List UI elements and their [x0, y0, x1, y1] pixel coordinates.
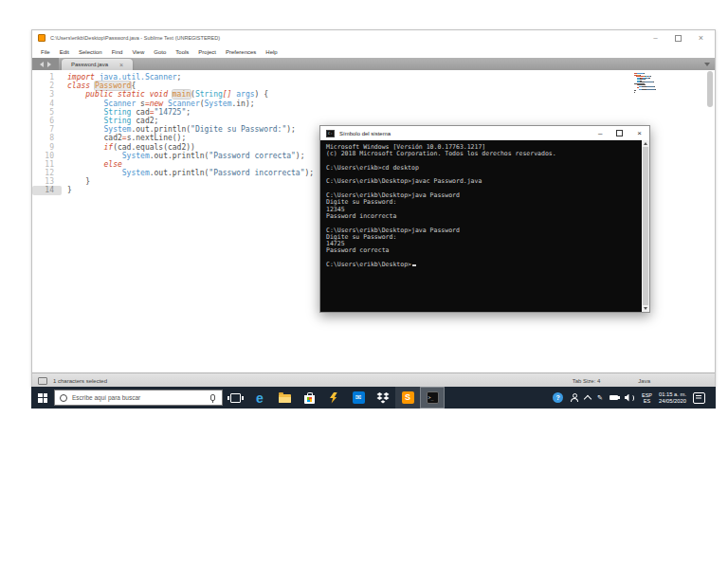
volume-icon[interactable] [625, 394, 635, 402]
mail-icon: ✉ [353, 391, 365, 404]
status-syntax[interactable]: Java [638, 378, 650, 384]
statusbar: 1 characters selected Tab Size: 4 Java [32, 372, 715, 388]
taskbar-lightning-app[interactable] [321, 387, 346, 409]
status-selection: 1 characters selected [53, 378, 107, 384]
tab-password-java[interactable]: Password.java × [62, 59, 133, 70]
tab-next-icon[interactable] [47, 62, 51, 67]
scroll-down-icon[interactable] [644, 307, 647, 310]
tab-prev-icon[interactable] [40, 62, 44, 67]
taskbar-cmd[interactable]: >_ [420, 387, 445, 409]
status-tab-size[interactable]: Tab Size: 4 [573, 378, 601, 384]
code-line[interactable]: cad2=s.nextLine(); [67, 134, 314, 142]
menubar: FileEditSelectionFindViewGotoToolsProjec… [32, 45, 715, 58]
cmd-minimize-icon[interactable]: – [598, 130, 602, 137]
tab-scroll-arrows[interactable] [32, 58, 59, 70]
tab-label: Password.java [71, 62, 108, 67]
taskbar-search[interactable]: Escribe aquí para buscar [54, 390, 223, 406]
scrollbar-thumb[interactable] [643, 147, 648, 305]
code-line[interactable]: class Password{ [67, 82, 314, 90]
menu-find[interactable]: Find [107, 49, 128, 55]
pen-icon[interactable]: ✎ [597, 394, 603, 401]
code-line[interactable]: System.out.println("Password correcta"); [67, 152, 314, 160]
taskbar-mail[interactable]: ✉ [346, 387, 371, 409]
language-top: ESP [642, 392, 652, 398]
cmd-body[interactable]: Microsoft Windows [Versión 10.0.17763.12… [320, 140, 649, 312]
tab-close-icon[interactable]: × [119, 62, 123, 68]
taskbar-dropbox[interactable] [371, 387, 395, 409]
code-line[interactable]: } [67, 177, 314, 186]
menu-goto[interactable]: Goto [149, 49, 171, 55]
line-number: 6 [32, 117, 62, 125]
cmd-app-icon: C: [326, 130, 335, 137]
code-lines[interactable]: import java.util.Scanner;class Password{… [62, 70, 314, 372]
people-icon[interactable] [570, 393, 578, 402]
start-button[interactable] [31, 387, 54, 409]
cmd-line: C:\Users\erikb\Desktop> [326, 262, 638, 268]
taskbar-file-explorer[interactable] [272, 387, 297, 409]
windows-logo-icon [38, 393, 47, 403]
line-number: 2 [32, 82, 62, 90]
editor-scrollbar[interactable] [707, 71, 713, 107]
cmd-title: Símbolo del sistema [339, 131, 391, 136]
minimap[interactable] [634, 73, 672, 93]
cmd-maximize-icon[interactable] [616, 130, 623, 136]
help-icon[interactable]: ? [553, 392, 563, 403]
line-number: 11 [32, 160, 62, 169]
notification-icon[interactable] [693, 392, 705, 404]
menu-project[interactable]: Project [193, 49, 221, 55]
sublime-titlebar: C:\Users\erikb\Desktop\Password.java - S… [32, 30, 715, 45]
restore-icon[interactable] [675, 35, 682, 42]
task-view-icon [230, 393, 241, 403]
code-line[interactable]: Scanner s=new Scanner(System.in); [67, 100, 314, 108]
scroll-up-icon[interactable] [644, 142, 647, 145]
window-title: C:\Users\erikb\Desktop\Password.java - S… [50, 35, 220, 41]
code-line[interactable]: public static void main(String[] args) { [67, 90, 314, 99]
window-controls: – × [653, 34, 709, 43]
code-line[interactable]: System.out.println("Password incorrecta"… [67, 169, 314, 177]
code-line[interactable]: if(cad.equals(cad2)) [67, 143, 314, 152]
menu-edit[interactable]: Edit [55, 49, 74, 55]
menu-help[interactable]: Help [261, 49, 282, 55]
line-number: 7 [32, 125, 62, 134]
battery-icon[interactable] [610, 395, 618, 400]
chevron-up-icon[interactable] [584, 394, 592, 402]
menu-tools[interactable]: Tools [171, 49, 193, 55]
tab-overflow-icon[interactable] [704, 63, 710, 66]
taskbar-clock[interactable]: 01:15 a. m. 24/05/2020 [659, 391, 686, 405]
taskbar-sublime[interactable]: S [395, 387, 420, 409]
menu-view[interactable]: View [127, 49, 149, 55]
close-icon[interactable]: × [699, 34, 703, 43]
menu-file[interactable]: File [36, 49, 55, 55]
task-view-button[interactable] [223, 387, 247, 409]
cmd-cursor [412, 264, 416, 266]
language-indicator[interactable]: ESP ES [642, 392, 652, 404]
menu-preferences[interactable]: Preferences [221, 49, 261, 55]
cmd-close-icon[interactable]: × [637, 129, 642, 137]
cmd-window: C: Símbolo del sistema – × Microsoft Win… [319, 125, 650, 313]
code-line[interactable]: System.out.println("Digite su Password:"… [67, 125, 314, 134]
line-number: 8 [32, 134, 62, 142]
minimize-icon[interactable]: – [653, 34, 657, 42]
line-number: 3 [32, 90, 62, 99]
code-line[interactable]: else [67, 160, 314, 169]
code-line[interactable]: import java.util.Scanner; [67, 73, 314, 82]
selection-info-icon [38, 377, 47, 385]
taskbar: Escribe aquí para buscar e ✉ [31, 387, 716, 409]
cmd-line: Digite su Password: [326, 199, 638, 206]
cmd-titlebar[interactable]: C: Símbolo del sistema – × [320, 126, 649, 140]
gutter: 1234567891011121314 [32, 70, 62, 372]
code-line[interactable]: String cad="14725"; [67, 108, 314, 117]
taskbar-edge[interactable]: e [247, 387, 272, 409]
cmd-lines: Microsoft Windows [Versión 10.0.17763.12… [320, 140, 649, 268]
sublime-icon: S [402, 391, 414, 404]
search-placeholder: Escribe aquí para buscar [72, 394, 206, 401]
microphone-icon[interactable] [210, 394, 215, 401]
code-line[interactable]: } [67, 186, 314, 194]
clock-date: 24/05/2020 [659, 398, 686, 405]
taskbar-store[interactable] [297, 387, 321, 409]
menu-selection[interactable]: Selection [74, 49, 107, 55]
cmd-scrollbar[interactable] [642, 140, 649, 312]
code-line[interactable]: String cad2; [67, 117, 314, 125]
line-number: 5 [32, 108, 62, 117]
system-tray: ? ✎ ESP ES 01:15 a. m. 24/05/2020 [553, 391, 716, 405]
